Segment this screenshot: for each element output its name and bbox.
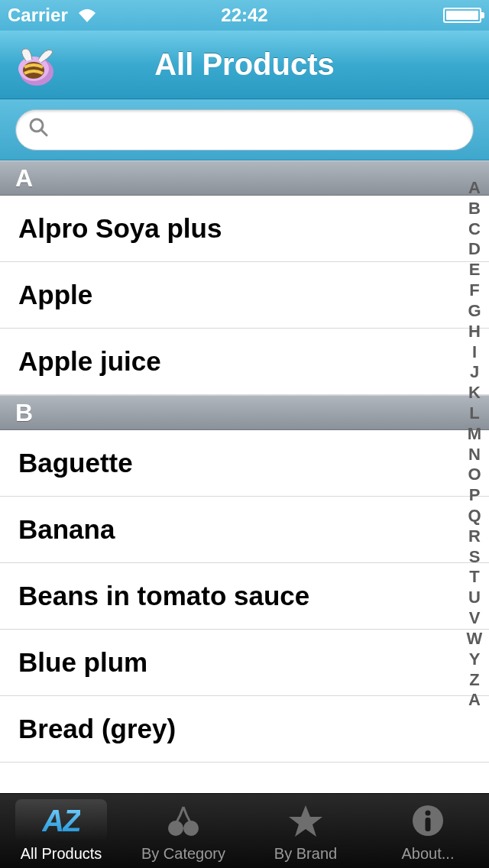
status-bar: Carrier 22:42 [0,0,489,31]
section-header: A [0,160,489,196]
nav-header: All Products [0,31,489,99]
product-list[interactable]: AAlpro Soya plusAppleApple juiceBBaguett… [0,160,489,793]
index-letter[interactable]: H [468,322,481,342]
index-letter[interactable]: C [468,220,481,239]
index-letter[interactable]: O [468,465,481,484]
index-letter[interactable]: P [469,486,481,505]
list-item[interactable]: Blue plum [0,630,489,696]
list-item[interactable]: Apple [0,262,489,329]
tab-bar: AZAll ProductsBy CategoryBy BrandAbout..… [0,793,489,868]
index-letter[interactable]: K [468,384,481,403]
list-item[interactable]: Bread (grey) [0,696,489,763]
index-letter[interactable]: A [468,179,481,198]
tab-by-brand[interactable]: By Brand [244,794,367,868]
search-field[interactable] [15,109,474,151]
search-bar [0,99,489,160]
index-letter[interactable]: I [472,343,477,362]
info-icon [382,799,474,842]
index-letter[interactable]: E [469,261,481,280]
list-item[interactable]: Apple juice [0,329,489,395]
clock-label: 22:42 [221,5,267,26]
index-letter[interactable]: D [468,240,481,259]
page-title: All Products [154,47,335,82]
list-item[interactable]: Beans in tomato sauce [0,563,489,630]
index-letter[interactable]: M [468,425,481,444]
az-icon: AZ [15,799,107,842]
svg-point-6 [183,821,199,836]
tab-about-[interactable]: About... [367,794,489,868]
svg-point-5 [168,821,183,836]
svg-point-8 [426,811,431,816]
index-letter[interactable]: T [469,568,479,587]
index-letter[interactable]: L [469,404,479,423]
tab-by-category[interactable]: By Category [122,794,244,868]
cherries-icon [138,799,229,842]
list-item[interactable]: Alpro Soya plus [0,196,489,262]
tab-all-products[interactable]: AZAll Products [0,794,122,868]
svg-line-4 [41,130,47,135]
index-letter[interactable]: Q [468,507,481,526]
index-letter[interactable]: B [468,199,481,219]
index-letter[interactable]: S [469,548,481,567]
index-letter[interactable]: G [468,302,481,321]
list-item[interactable]: Baguette [0,430,489,497]
index-letter[interactable]: Z [469,671,479,690]
search-icon [28,117,48,142]
carrier-label: Carrier [8,5,68,26]
app-logo-icon [11,41,60,90]
alpha-index[interactable]: ABCDEFGHIJKLMNOPQRSTUVWYZA [463,179,486,785]
wifi-icon [76,7,99,24]
index-letter[interactable]: J [470,363,479,382]
index-letter[interactable]: R [468,527,481,546]
index-letter[interactable]: N [468,445,481,465]
section-header: B [0,395,489,430]
index-letter[interactable]: Y [469,650,481,669]
index-letter[interactable]: V [469,609,481,628]
index-letter[interactable]: A [468,691,481,710]
index-letter[interactable]: W [467,630,483,649]
tab-label: About... [402,845,455,863]
index-letter[interactable]: F [469,281,479,300]
search-input[interactable] [56,118,461,141]
star-icon [260,799,351,842]
tab-label: By Category [141,845,225,863]
list-item[interactable]: Banana [0,497,489,563]
svg-rect-9 [426,818,431,831]
battery-icon [443,8,481,23]
tab-label: All Products [21,845,102,863]
index-letter[interactable]: U [468,588,481,607]
tab-label: By Brand [274,845,337,863]
